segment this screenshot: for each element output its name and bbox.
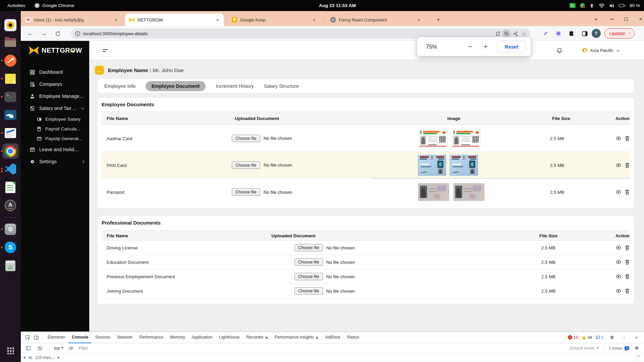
tab-increment-history[interactable]: Increment History [216, 83, 254, 89]
devtools-scrollbar[interactable]: ▲ [636, 354, 641, 362]
dock-show-applications-icon[interactable] [4, 344, 17, 357]
console-settings-gear-icon[interactable] [632, 344, 641, 353]
devtools-tab-redux[interactable]: Redux [344, 332, 363, 343]
sidebar-item-salary-and-tax[interactable]: Salary and Tax ... [21, 102, 89, 114]
devtools-tab-console[interactable]: Console [68, 332, 92, 343]
view-icon[interactable] [615, 190, 622, 194]
messages-count[interactable]: 120 mes... [35, 355, 54, 360]
devtools-tab-memory[interactable]: Memory [167, 332, 189, 343]
dock-fonts-app-icon[interactable]: A [4, 199, 17, 212]
issues-count-badge[interactable]: 1 [596, 335, 604, 340]
devtools-tab-application[interactable]: Application [189, 332, 216, 343]
issues-button[interactable]: 1 Issue:1 [608, 346, 629, 351]
console-sidebar-icon[interactable] [24, 344, 33, 353]
sidebar-item-employee-salary[interactable]: Employee Salary [21, 114, 89, 124]
choose-file-button[interactable]: Choose file [232, 188, 260, 196]
devtools-tab-performance-insights[interactable]: Performance insights [271, 332, 322, 343]
extensions-puzzle-icon[interactable] [567, 29, 577, 38]
window-minimize-button[interactable] [607, 14, 616, 24]
devtools-settings-gear-icon[interactable] [607, 333, 616, 342]
tab-google-keep[interactable]: Google Keep × [228, 13, 320, 26]
passport-image[interactable] [418, 183, 449, 201]
dock-trash-icon[interactable] [4, 259, 17, 272]
side-panel-icon[interactable] [580, 29, 590, 38]
choose-file-button[interactable]: Choose file [294, 273, 323, 280]
console-context-selector[interactable]: top [54, 346, 64, 351]
tray-sync-check-icon[interactable]: ✓ [580, 3, 585, 8]
forward-button[interactable]: → [39, 29, 49, 38]
devtools-tab-performance[interactable]: Performance [136, 332, 167, 343]
devtools-tab-recorder[interactable]: Recorder [243, 332, 271, 343]
window-close-button[interactable]: × [636, 14, 644, 24]
dock-terminal-icon[interactable]: >_ [4, 90, 17, 103]
delete-icon[interactable] [625, 259, 630, 265]
devtools-tab-adblock[interactable]: AdBlock [322, 332, 344, 343]
sidebar-toggle-button[interactable] [99, 45, 111, 57]
devtools-tab-network[interactable]: Network [114, 332, 136, 343]
delete-icon[interactable] [625, 189, 630, 195]
delete-icon[interactable] [625, 245, 630, 250]
tab-close-icon[interactable]: × [113, 17, 119, 23]
choose-file-button[interactable]: Choose file [232, 135, 260, 142]
delete-icon[interactable] [625, 288, 630, 294]
devtools-tab-sources[interactable]: Sources [92, 332, 114, 343]
devtools-close-icon[interactable]: × [632, 333, 641, 342]
tab-employee-info[interactable]: Employee Info [104, 83, 136, 89]
error-count-badge[interactable]: ×15 [568, 335, 578, 340]
tab-close-icon[interactable]: × [311, 17, 317, 23]
view-icon[interactable] [615, 274, 622, 279]
pan-card-image[interactable] [418, 155, 446, 176]
activities-button[interactable]: Activities [7, 3, 25, 8]
tab-search-chevron-icon[interactable] [591, 14, 600, 24]
warning-count-badge[interactable]: 34 [582, 335, 592, 340]
reload-button[interactable] [53, 29, 62, 38]
aadhar-card-image[interactable] [451, 129, 481, 147]
sidebar-item-payslip-generator[interactable]: Payslip Generat... [21, 134, 89, 143]
chevron-down-icon[interactable] [57, 357, 60, 359]
choose-file-button[interactable]: Choose file [294, 287, 323, 295]
choose-file-button[interactable]: Choose file [232, 162, 260, 169]
live-expression-eye-icon[interactable] [67, 344, 75, 353]
tab-close-icon[interactable]: × [215, 17, 220, 23]
dock-text-editor-icon[interactable] [4, 127, 17, 139]
view-icon[interactable] [615, 289, 622, 293]
clear-console-icon[interactable] [36, 344, 44, 353]
battery-icon[interactable] [619, 4, 625, 7]
focused-app-chip[interactable]: Google Chrome [35, 3, 74, 8]
devtools-menu-icon[interactable]: ⋮ [620, 333, 629, 342]
inspect-element-icon[interactable] [23, 333, 32, 342]
update-button[interactable]: Update ⋮ [604, 28, 635, 39]
zoom-reset-button[interactable]: Reset [497, 41, 526, 53]
region-selector[interactable]: Asia Pacific [578, 45, 623, 56]
dock-libreoffice-calc-icon[interactable] [4, 181, 17, 194]
dock-chrome-icon[interactable] [4, 145, 17, 158]
dock-settings-icon[interactable] [4, 223, 17, 236]
view-icon[interactable] [615, 163, 622, 168]
sidebar-item-leave-and-holiday[interactable]: Leave and Holid... [21, 143, 89, 156]
pan-card-image[interactable] [450, 155, 478, 176]
system-clock[interactable]: Aug 23 11:53 AM [319, 3, 356, 8]
view-icon[interactable] [615, 136, 622, 141]
tab-nettgrow[interactable]: NETTGROW × [125, 13, 224, 26]
dock-file-manager-icon[interactable] [4, 36, 17, 49]
devtools-tab-elements[interactable]: Elements [44, 332, 68, 343]
sidebar-item-companys[interactable]: Companys [21, 78, 89, 90]
nettgrow-logo[interactable]: NETTGROW [21, 41, 89, 55]
back-to-list-button[interactable]: ← [95, 66, 104, 75]
dock-mysql-workbench-icon[interactable] [4, 109, 17, 121]
delete-icon[interactable] [625, 274, 630, 279]
url-text[interactable]: localhost:3000/employee-details [83, 31, 493, 36]
dock-skype-icon[interactable]: S [4, 241, 17, 254]
tab-close-icon[interactable]: × [416, 17, 422, 23]
browser-menu-icon[interactable]: ⋮ [628, 31, 632, 36]
site-info-icon[interactable] [75, 31, 80, 36]
view-icon[interactable] [615, 245, 622, 250]
sidebar-item-dashboard[interactable]: Dashboard [21, 66, 89, 78]
back-button[interactable]: ← [25, 29, 35, 38]
window-restore-button[interactable] [622, 14, 631, 24]
sidebar-item-employee-management[interactable]: Employee Manage... [21, 90, 89, 102]
choose-file-button[interactable]: Choose file [294, 258, 323, 266]
devtools-tab-lighthouse[interactable]: Lighthouse [216, 332, 243, 343]
log-levels-dropdown[interactable]: Default levels [570, 346, 599, 351]
dock-vscode-icon[interactable] [4, 163, 17, 175]
